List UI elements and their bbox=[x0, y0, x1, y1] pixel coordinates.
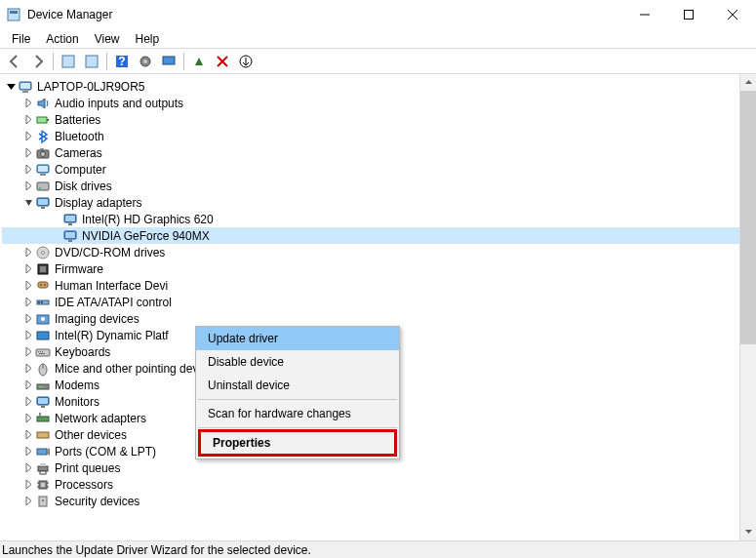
tree-row-disk[interactable]: Disk drives bbox=[2, 178, 739, 194]
tree-row-security[interactable]: Security devices bbox=[2, 493, 739, 509]
expander-icon[interactable] bbox=[21, 362, 35, 376]
context-uninstall-device[interactable]: Uninstall device bbox=[196, 374, 399, 397]
tree-label: Other devices bbox=[55, 428, 127, 442]
statusbar: Launches the Update Driver Wizard for th… bbox=[0, 540, 756, 558]
tree-label: Computer bbox=[55, 163, 106, 177]
toolbar-forward[interactable] bbox=[27, 51, 49, 72]
context-disable-device[interactable]: Disable device bbox=[196, 350, 399, 374]
menu-file[interactable]: File bbox=[4, 30, 38, 48]
tree-row-camera[interactable]: Cameras bbox=[2, 144, 739, 161]
context-properties[interactable]: Properties bbox=[201, 432, 394, 454]
toolbar-uninstall[interactable] bbox=[212, 51, 233, 72]
menu-help[interactable]: Help bbox=[128, 30, 168, 48]
vertical-scrollbar[interactable] bbox=[739, 74, 756, 540]
close-button[interactable] bbox=[710, 0, 754, 29]
tree-label: Batteries bbox=[55, 113, 100, 127]
tree-row-battery[interactable]: Batteries bbox=[2, 111, 739, 128]
expander-icon[interactable] bbox=[21, 478, 35, 492]
toolbar-show-hidden[interactable] bbox=[58, 51, 79, 72]
expander-icon[interactable] bbox=[21, 262, 35, 276]
tree-row-dvd[interactable]: DVD/CD-ROM drives bbox=[2, 244, 739, 260]
tree-label: Intel(R) HD Graphics 620 bbox=[82, 213, 214, 226]
tree-row-computer[interactable]: Computer bbox=[2, 161, 739, 178]
expander-icon[interactable] bbox=[21, 130, 35, 143]
tree-row-display-child[interactable]: NVIDIA GeForce 940MX bbox=[2, 227, 739, 244]
tree-label: IDE ATA/ATAPI control bbox=[55, 296, 172, 309]
tree-row-bluetooth[interactable]: Bluetooth bbox=[2, 128, 739, 144]
tree-row-cpu[interactable]: Processors bbox=[2, 476, 739, 493]
tree-label: Imaging devices bbox=[55, 312, 139, 326]
tree-row-display-child[interactable]: Intel(R) HD Graphics 620 bbox=[2, 211, 739, 227]
tree-row-hid[interactable]: Human Interface Devi bbox=[2, 277, 739, 294]
tree-row-audio[interactable]: Audio inputs and outputs bbox=[2, 95, 739, 111]
scroll-down-button[interactable] bbox=[740, 524, 756, 540]
scroll-up-button[interactable] bbox=[740, 74, 756, 91]
tree-row-printer[interactable]: Print queues bbox=[2, 459, 739, 476]
expander-icon[interactable] bbox=[21, 412, 35, 425]
highlight-annotation: Properties bbox=[198, 429, 397, 457]
expander-icon bbox=[49, 213, 62, 226]
expander-icon[interactable] bbox=[21, 379, 35, 392]
display-icon bbox=[35, 195, 51, 211]
toolbar-back[interactable] bbox=[4, 51, 25, 72]
computer-icon bbox=[18, 79, 33, 95]
expander-icon[interactable] bbox=[21, 329, 35, 342]
expander-icon[interactable] bbox=[21, 146, 35, 160]
tree-row-root[interactable]: LAPTOP-0LJR9OR5 bbox=[2, 78, 739, 95]
expander-icon[interactable] bbox=[21, 196, 35, 210]
expander-icon[interactable] bbox=[21, 246, 35, 259]
mouse-icon bbox=[35, 361, 51, 377]
menu-action[interactable]: Action bbox=[38, 30, 86, 48]
expander-icon[interactable] bbox=[21, 163, 35, 177]
keyboard-icon bbox=[35, 344, 51, 360]
expander-icon[interactable] bbox=[4, 80, 18, 94]
toolbar-enable[interactable] bbox=[188, 51, 210, 72]
toolbar-action[interactable] bbox=[135, 51, 156, 72]
tree-label: Ports (COM & LPT) bbox=[55, 445, 156, 458]
disk-icon bbox=[35, 179, 51, 194]
dvd-icon bbox=[35, 245, 51, 260]
device-tree[interactable]: LAPTOP-0LJR9OR5Audio inputs and outputsB… bbox=[0, 74, 739, 540]
toolbar-scan[interactable] bbox=[235, 51, 257, 72]
expander-icon[interactable] bbox=[21, 97, 35, 110]
tree-row-firmware[interactable]: Firmware bbox=[2, 260, 739, 277]
context-separator bbox=[198, 399, 397, 400]
battery-icon bbox=[35, 112, 51, 128]
menu-view[interactable]: View bbox=[87, 30, 128, 48]
tree-label: Audio inputs and outputs bbox=[55, 97, 183, 110]
expander-icon[interactable] bbox=[21, 179, 35, 193]
tree-label: Print queues bbox=[55, 461, 120, 475]
display-icon bbox=[35, 394, 51, 410]
tree-label: Keyboards bbox=[55, 345, 110, 359]
expander-icon[interactable] bbox=[21, 395, 35, 409]
tree-row-ide[interactable]: IDE ATA/ATAPI control bbox=[2, 294, 739, 310]
expander-icon[interactable] bbox=[21, 445, 35, 458]
expander-icon[interactable] bbox=[21, 428, 35, 442]
tree-label: Security devices bbox=[55, 495, 139, 508]
tree-row-display[interactable]: Display adapters bbox=[2, 194, 739, 211]
security-icon bbox=[35, 494, 51, 509]
scroll-thumb[interactable] bbox=[740, 91, 756, 344]
tree-row-imaging[interactable]: Imaging devices bbox=[2, 310, 739, 327]
toolbar-properties[interactable] bbox=[81, 51, 102, 72]
expander-icon[interactable] bbox=[21, 113, 35, 127]
expander-icon[interactable] bbox=[21, 279, 35, 293]
expander-icon[interactable] bbox=[21, 345, 35, 359]
expander-icon[interactable] bbox=[21, 495, 35, 508]
window-title: Device Manager bbox=[27, 8, 622, 21]
audio-icon bbox=[35, 96, 51, 111]
minimize-button[interactable] bbox=[622, 0, 666, 29]
computer-icon bbox=[35, 162, 51, 178]
content-area: LAPTOP-0LJR9OR5Audio inputs and outputsB… bbox=[0, 74, 756, 540]
app-icon bbox=[6, 7, 21, 22]
expander-icon[interactable] bbox=[21, 312, 35, 326]
intel-icon bbox=[35, 328, 51, 343]
tree-label: Bluetooth bbox=[55, 130, 104, 143]
maximize-button[interactable] bbox=[666, 0, 710, 29]
toolbar-help[interactable] bbox=[111, 51, 133, 72]
expander-icon[interactable] bbox=[21, 296, 35, 309]
expander-icon[interactable] bbox=[21, 461, 35, 475]
context-update-driver[interactable]: Update driver bbox=[196, 327, 399, 350]
toolbar-update-driver[interactable] bbox=[158, 51, 179, 72]
context-scan-hardware[interactable]: Scan for hardware changes bbox=[196, 402, 399, 425]
